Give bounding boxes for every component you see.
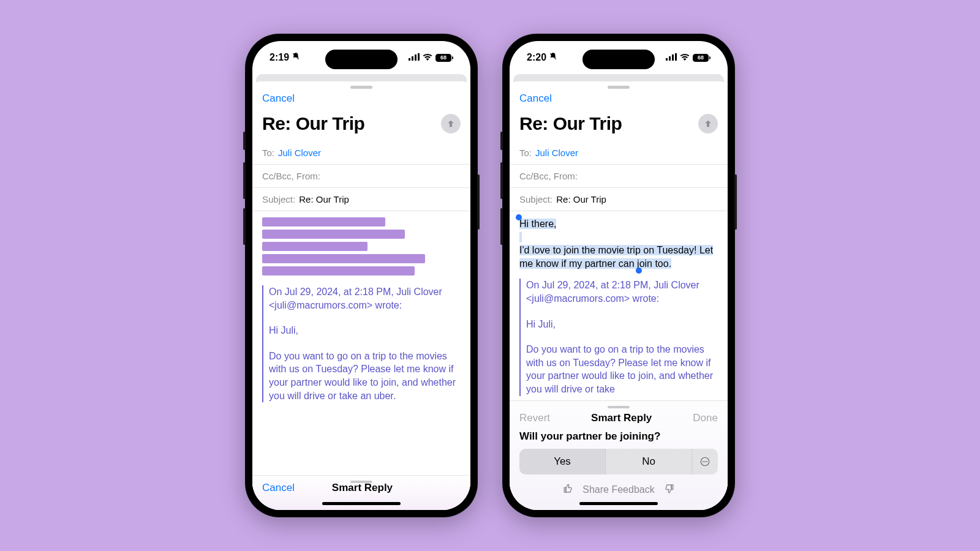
compose-sheet: Cancel Re: Our Trip To: Juli Clover Cc/B… <box>510 81 728 510</box>
cancel-button[interactable]: Cancel <box>519 92 552 104</box>
svg-rect-0 <box>409 58 410 61</box>
status-time: 2:20 <box>527 52 546 63</box>
message-body[interactable]: Hi there, I'd love to join the movie tri… <box>510 211 728 400</box>
cell-signal-icon <box>409 52 420 63</box>
ccbcc-field[interactable]: Cc/Bcc, From: <box>252 165 470 188</box>
compose-sheet: Cancel Re: Our Trip To: Juli Clover Cc/B… <box>252 81 470 510</box>
svg-rect-6 <box>672 54 674 61</box>
quote-greeting: Hi Juli, <box>269 324 461 337</box>
answer-yes-button[interactable]: Yes <box>519 449 605 474</box>
wifi-icon <box>680 52 690 63</box>
panel-grabber[interactable] <box>608 406 630 408</box>
shimmer-line <box>262 217 385 227</box>
draft-line2: I'd love to join the movie trip on Tuesd… <box>519 245 713 269</box>
ccbcc-label: Cc/Bcc, From: <box>262 171 320 181</box>
svg-rect-7 <box>675 53 677 61</box>
to-field[interactable]: To: Juli Clover <box>510 141 728 165</box>
selected-draft[interactable]: Hi there, I'd love to join the movie tri… <box>519 217 718 270</box>
svg-rect-4 <box>666 58 668 61</box>
shimmer-line <box>262 230 405 239</box>
battery-indicator: 68 <box>435 54 453 62</box>
dynamic-island <box>325 50 398 69</box>
svg-rect-1 <box>412 56 413 61</box>
subject-value: Re: Our Trip <box>556 194 606 204</box>
quote-header: On Jul 29, 2024, at 2:18 PM, Juli Clover… <box>269 285 461 312</box>
thumbs-up-button[interactable] <box>563 483 574 497</box>
smart-reply-title: Smart Reply <box>591 412 652 424</box>
to-label: To: <box>262 148 274 158</box>
subject-label: Subject: <box>262 194 295 204</box>
to-field[interactable]: To: Juli Clover <box>252 141 470 165</box>
subject-field[interactable]: Subject: Re: Our Trip <box>510 188 728 211</box>
compose-title: Re: Our Trip <box>519 113 622 134</box>
answer-more-button[interactable] <box>692 449 718 474</box>
done-button[interactable]: Done <box>693 412 718 424</box>
bell-slash-icon <box>549 52 557 63</box>
cell-signal-icon <box>666 52 677 63</box>
home-indicator[interactable] <box>579 502 658 505</box>
generating-placeholder <box>262 217 461 276</box>
arrow-up-icon <box>703 119 713 129</box>
draft-line1: Hi there, <box>519 219 556 229</box>
phone-left: 2:19 68 Cancel Re: Our Trip <box>245 34 478 517</box>
svg-point-11 <box>706 461 707 462</box>
subject-field[interactable]: Subject: Re: Our Trip <box>252 188 470 211</box>
phone-right: 2:20 68 Cancel Re: Our Trip <box>502 34 735 517</box>
svg-point-10 <box>704 461 706 462</box>
svg-rect-3 <box>418 53 420 61</box>
quote-body: Do you want to go on a trip to the movie… <box>269 350 461 402</box>
answer-segment: Yes No <box>519 449 718 474</box>
message-body[interactable]: On Jul 29, 2024, at 2:18 PM, Juli Clover… <box>252 211 470 475</box>
to-recipient[interactable]: Juli Clover <box>535 148 578 158</box>
screen: 2:20 68 Cancel Re: Our Trip <box>510 41 728 510</box>
followup-question: Will your partner be joining? <box>519 430 718 443</box>
quote-body: Do you want to go on a trip to the movie… <box>526 343 718 395</box>
send-button[interactable] <box>441 114 461 133</box>
to-label: To: <box>519 148 532 158</box>
feedback-row: Share Feedback <box>519 483 718 497</box>
compose-title: Re: Our Trip <box>262 113 364 134</box>
selection-handle-end[interactable] <box>636 268 642 274</box>
svg-rect-5 <box>669 56 671 61</box>
share-feedback-button[interactable]: Share Feedback <box>582 484 654 495</box>
quoted-message: On Jul 29, 2024, at 2:18 PM, Juli Clover… <box>519 279 718 395</box>
status-time: 2:19 <box>270 52 289 63</box>
smart-reply-title: Smart Reply <box>295 482 430 494</box>
svg-rect-2 <box>415 54 417 61</box>
subject-label: Subject: <box>519 194 552 204</box>
shimmer-line <box>262 242 368 251</box>
to-recipient[interactable]: Juli Clover <box>278 148 321 158</box>
answer-no-button[interactable]: No <box>605 449 692 474</box>
ellipsis-icon <box>699 456 710 467</box>
ccbcc-field[interactable]: Cc/Bcc, From: <box>510 165 728 188</box>
thumbs-up-icon <box>563 483 574 494</box>
arrow-up-icon <box>446 119 456 129</box>
battery-indicator: 68 <box>693 54 710 62</box>
quoted-message: On Jul 29, 2024, at 2:18 PM, Juli Clover… <box>262 285 461 402</box>
quote-greeting: Hi Juli, <box>526 318 718 331</box>
thumbs-down-icon <box>663 483 674 494</box>
quote-header: On Jul 29, 2024, at 2:18 PM, Juli Clover… <box>526 279 718 305</box>
ccbcc-label: Cc/Bcc, From: <box>519 171 578 181</box>
screen: 2:19 68 Cancel Re: Our Trip <box>252 41 470 510</box>
revert-button[interactable]: Revert <box>519 412 550 424</box>
wifi-icon <box>423 52 432 63</box>
smart-reply-panel: Revert Smart Reply Done Will your partne… <box>510 400 728 510</box>
shimmer-line <box>262 266 415 276</box>
dynamic-island <box>582 50 655 69</box>
send-button[interactable] <box>698 114 718 133</box>
smart-reply-cancel-button[interactable]: Cancel <box>262 482 295 494</box>
bell-slash-icon <box>292 52 300 63</box>
subject-value: Re: Our Trip <box>299 194 349 204</box>
home-indicator[interactable] <box>322 502 401 505</box>
cancel-button[interactable]: Cancel <box>262 92 295 104</box>
shimmer-line <box>262 254 425 263</box>
selection-handle-start[interactable] <box>516 214 522 220</box>
thumbs-down-button[interactable] <box>663 483 674 497</box>
svg-point-9 <box>703 461 704 462</box>
